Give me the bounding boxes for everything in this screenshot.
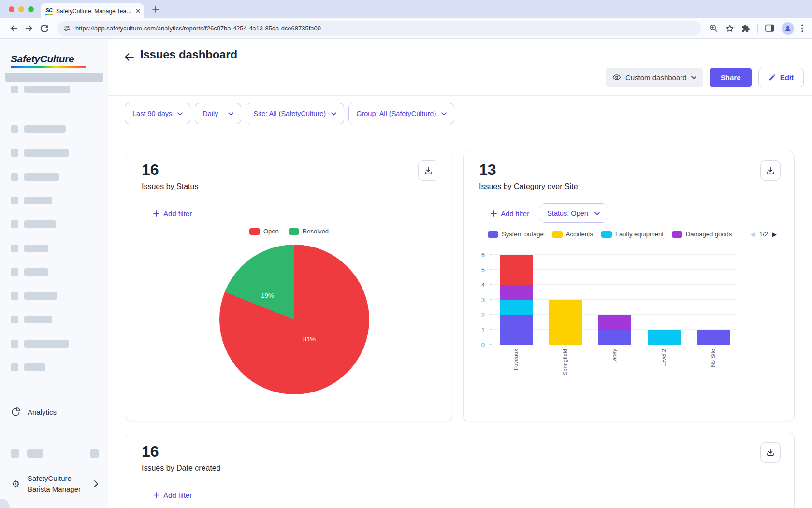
status-open-filter[interactable]: Status: Open	[540, 203, 607, 223]
window-controls	[9, 6, 34, 12]
sidebar-skeleton-item	[11, 125, 66, 133]
legend-swatch	[552, 231, 563, 238]
add-filter-button[interactable]: Add filter	[153, 209, 192, 218]
card-issues-by-status: 16 Issues by Status Add filter OpenResol…	[126, 151, 452, 421]
legend-item-accidents[interactable]: Accidents	[552, 231, 593, 238]
bar-segment[interactable]	[500, 285, 533, 300]
pie-label-resolved: 19%	[261, 292, 274, 299]
profile-avatar[interactable]	[782, 22, 794, 35]
sidebar-skeleton-bar	[5, 73, 103, 82]
chevron-down-icon	[441, 112, 447, 116]
bar-segment[interactable]	[549, 300, 582, 345]
side-panel-icon[interactable]	[765, 24, 774, 32]
x-axis-label: Level 2	[661, 349, 667, 367]
status-pie[interactable]: 81% 19%	[219, 245, 369, 394]
edit-button[interactable]: Edit	[758, 68, 804, 87]
chevron-down-icon	[594, 212, 600, 215]
minimize-window-button[interactable]	[18, 6, 24, 12]
reload-button[interactable]	[37, 21, 52, 36]
sidebar-skeleton-item	[11, 173, 59, 181]
bar-segment[interactable]	[500, 300, 533, 315]
close-window-button[interactable]	[9, 6, 14, 12]
page-back-button[interactable]	[123, 51, 135, 63]
legend-prev-button[interactable]: ◀	[750, 231, 754, 238]
browser-tab[interactable]: SC SafetyCulture: Manage Teams and...	[41, 3, 144, 18]
y-axis-label: 4	[472, 282, 485, 289]
org-name-line2: Barista Manager	[28, 484, 81, 494]
filter-site[interactable]: Site: All (SafetyCulture)	[246, 103, 344, 124]
pie-label-open: 81%	[303, 335, 316, 343]
sidebar-item-analytics[interactable]: Analytics	[0, 402, 108, 421]
share-button[interactable]: Share	[710, 68, 752, 87]
legend-next-button[interactable]: ▶	[772, 231, 777, 238]
x-axis-label: Lacey	[611, 349, 617, 364]
browser-forward-button[interactable]	[21, 21, 37, 36]
legend-item-damaged-goods[interactable]: Damaged goods	[672, 231, 732, 238]
extensions-icon[interactable]	[741, 24, 750, 33]
sidebar-skeleton-item	[11, 86, 70, 93]
sidebar-skeleton-item	[11, 220, 56, 228]
sidebar-skeleton-item	[11, 292, 57, 300]
download-button[interactable]	[418, 160, 438, 181]
sidebar-skeleton-item	[11, 316, 52, 323]
legend-item-system-outage[interactable]: System outage	[488, 231, 544, 238]
legend-swatch	[289, 228, 299, 235]
browser-back-button[interactable]	[6, 21, 21, 36]
bookmark-star-icon[interactable]	[725, 24, 734, 33]
bar-segment[interactable]	[598, 315, 631, 330]
browser-menu-icon[interactable]	[801, 24, 803, 32]
issues-by-status-title: Issues by Status	[142, 182, 198, 191]
org-switcher[interactable]: ⚙ SafetyCulture Barista Manager	[0, 471, 108, 498]
axis-tick	[489, 269, 492, 270]
logo-wordmark: SafetyCulture	[11, 53, 74, 64]
toolbar-divider	[757, 24, 758, 33]
app-window: SC SafetyCulture: Manage Teams and... ht…	[0, 0, 812, 508]
bar-segment[interactable]	[500, 255, 533, 285]
chevron-down-icon	[228, 112, 233, 116]
category-legend-row: System outageAccidentsFaulty equipmentDa…	[488, 231, 777, 238]
site-info-icon[interactable]	[63, 24, 71, 32]
main-content: Issues dashboard Custom dashboard Share …	[108, 39, 812, 508]
y-axis-label: 1	[472, 327, 485, 334]
legend-swatch	[249, 228, 260, 235]
card-issues-by-category: 13 Issues by Category over Site Add filt…	[463, 151, 795, 421]
page-header: Issues dashboard Custom dashboard Share …	[108, 39, 812, 96]
bar-segment[interactable]	[648, 330, 681, 345]
filter-group[interactable]: Group: All (SafetyCulture)	[348, 103, 454, 124]
issues-by-date-title: Issues by Date created	[142, 464, 221, 473]
download-button[interactable]	[760, 442, 781, 463]
issues-by-status-count: 16	[142, 160, 159, 179]
tab-close-icon[interactable]	[136, 9, 140, 13]
url-bar[interactable]: https://app.safetyculture.com/analytics/…	[57, 21, 701, 36]
legend-page-label: 1/2	[759, 231, 768, 238]
analytics-label: Analytics	[28, 408, 57, 416]
legend-item-faulty-equipment[interactable]: Faulty equipment	[601, 231, 664, 238]
download-icon	[766, 448, 775, 457]
bar-segment[interactable]	[697, 330, 730, 345]
custom-dashboard-dropdown[interactable]: Custom dashboard	[606, 68, 703, 87]
add-filter-button[interactable]: Add filter	[491, 209, 529, 218]
add-filter-button[interactable]: Add filter	[153, 491, 192, 499]
sidebar-skeleton-item	[11, 197, 52, 204]
download-icon	[424, 166, 433, 175]
y-axis-label: 6	[472, 252, 485, 259]
y-axis-label: 3	[472, 297, 485, 304]
new-tab-button[interactable]	[152, 6, 159, 13]
download-button[interactable]	[760, 160, 781, 181]
legend-item-resolved[interactable]: Resolved	[289, 228, 329, 235]
zoom-icon[interactable]	[709, 24, 718, 33]
sidebar-divider	[11, 391, 97, 391]
legend-item-open[interactable]: Open	[249, 228, 279, 235]
bar-segment[interactable]	[500, 315, 533, 345]
bar-segment[interactable]	[598, 330, 631, 345]
plus-icon	[153, 492, 160, 498]
x-axis-label: Foveaux	[513, 349, 519, 370]
maximize-window-button[interactable]	[28, 6, 34, 12]
plus-icon	[153, 210, 160, 217]
sidebar-footer: ⚙ SafetyCulture Barista Manager	[0, 433, 108, 508]
axis-tick	[489, 344, 492, 345]
analytics-pie-icon	[11, 407, 21, 417]
filter-date-range[interactable]: Last 90 days	[125, 103, 190, 124]
logo-gradient-bar	[11, 66, 86, 68]
filter-granularity[interactable]: Daily	[195, 103, 241, 124]
